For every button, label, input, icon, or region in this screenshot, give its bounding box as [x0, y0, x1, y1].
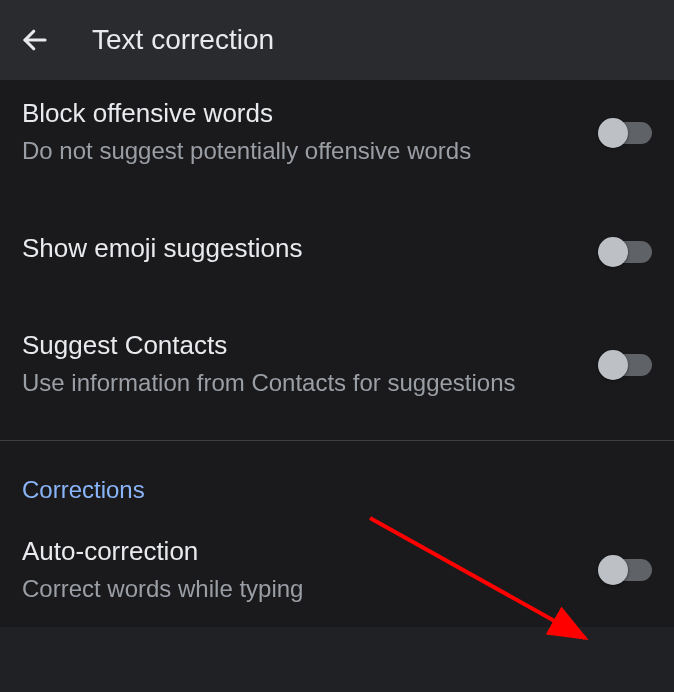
setting-title: Auto-correction — [22, 536, 570, 567]
toggle-suggest-contacts[interactable] — [600, 354, 652, 376]
setting-subtitle: Use information from Contacts for sugges… — [22, 367, 570, 399]
toggle-block-offensive[interactable] — [600, 122, 652, 144]
setting-block-offensive[interactable]: Block offensive words Do not suggest pot… — [0, 80, 674, 193]
setting-auto-correction[interactable]: Auto-correction Correct words while typi… — [0, 522, 674, 627]
toggle-auto-correction[interactable] — [600, 559, 652, 581]
setting-title: Show emoji suggestions — [22, 233, 570, 264]
setting-subtitle: Correct words while typing — [22, 573, 570, 605]
setting-title: Block offensive words — [22, 98, 570, 129]
toggle-emoji-suggestions[interactable] — [600, 241, 652, 263]
setting-title: Suggest Contacts — [22, 330, 570, 361]
section-header-corrections: Corrections — [0, 441, 674, 522]
setting-subtitle: Do not suggest potentially offensive wor… — [22, 135, 570, 167]
setting-suggest-contacts[interactable]: Suggest Contacts Use information from Co… — [0, 310, 674, 429]
setting-emoji-suggestions[interactable]: Show emoji suggestions — [0, 193, 674, 310]
back-icon[interactable] — [18, 23, 52, 57]
page-title: Text correction — [92, 24, 274, 56]
